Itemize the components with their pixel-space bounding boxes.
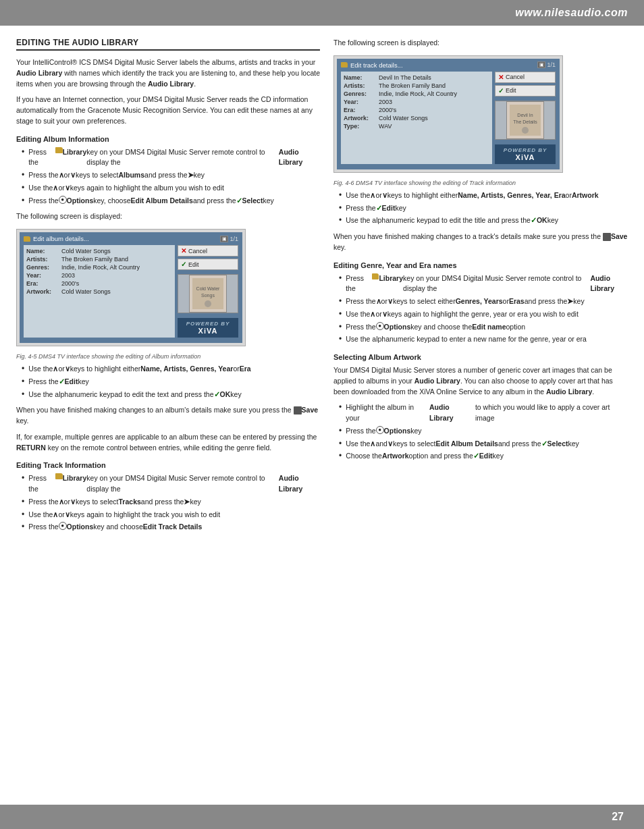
genre-bullet-2: Press the ∧ or ∨ keys to select either G… [339, 296, 630, 307]
album-bullet-3: Use the ∧ or ∨ keys again to highlight t… [22, 183, 320, 194]
options-icon-3: ● [376, 322, 384, 330]
svg-text:Cold Water: Cold Water [196, 286, 220, 291]
genre-title: Editing Genre, Year and Era names [333, 261, 630, 269]
album-field-artwork: Artwork: Cold Water Songs [26, 288, 172, 295]
album-note: When you have finished making changes to… [16, 405, 320, 427]
folder-icon-2 [341, 62, 348, 68]
track-tv-box: Edit track details... ▣ 1/1 Name: Devil … [333, 55, 563, 173]
artwork-bullet-1: Highlight the album in your Audio Librar… [339, 402, 630, 424]
options-icon-4: ● [376, 426, 384, 434]
track-bullet-3: Use the ∧ or ∨ keys again to highlight t… [22, 510, 320, 520]
track-artwork-area: Devil In The Details [495, 101, 556, 140]
intro-para1: Your IntelliControl® ICS DMS4 Digital Mu… [16, 57, 320, 89]
right-column: The following screen is displayed: Edit … [333, 38, 630, 538]
save-icon [294, 406, 302, 414]
genre-bullet-5: Use the alphanumeric keypad to enter a n… [339, 334, 630, 345]
section-title: EDITING THE AUDIO LIBRARY [16, 38, 320, 51]
library-icon-3 [372, 273, 379, 279]
xiva-logo-area-2: POWERED BY XiVA [495, 144, 556, 164]
album-tv-paging: ▣ 1/1 [220, 236, 238, 242]
album-field-artists: Artists: The Broken Family Band [26, 256, 172, 263]
album-after-bullets: Use the ∧ or ∨ keys to highlight either … [16, 364, 320, 400]
album-tv-buttons: ✕ Cancel ✓ Edit Co [178, 245, 238, 338]
track-screen-label: The following screen is displayed: [333, 38, 630, 49]
album-cancel-btn[interactable]: ✕ Cancel [178, 245, 238, 257]
album-edit-btn[interactable]: ✓ Edit [178, 259, 238, 270]
album-screen-label: The following screen is displayed: [16, 211, 320, 222]
track-field-artwork: Artwork: Cold Water Songs [344, 115, 489, 122]
footer: 27 [0, 805, 644, 829]
main-content: EDITING THE AUDIO LIBRARY Your IntelliCo… [0, 26, 644, 545]
xiva-logo-2: POWERED BY XiVA [496, 147, 554, 161]
album-bullet-2: Press the ∧ or ∨ keys to select Albums a… [22, 170, 320, 181]
svg-text:Songs: Songs [201, 293, 215, 298]
artwork-bullet-2: Press the ●Options key [339, 426, 630, 437]
options-icon-2: ● [59, 522, 67, 530]
album-tv-caption: Fig. 4-5 DMS4 TV interface showing the e… [16, 353, 320, 360]
page-number: 27 [612, 811, 624, 823]
paging-icon-2: ▣ [537, 61, 545, 68]
paging-icon: ▣ [220, 236, 228, 242]
genre-bullets-list: Press the Library key on your DMS4 Digit… [333, 273, 630, 346]
album-tv-inner: Edit album details... ▣ 1/1 Name: Cold W… [20, 232, 242, 343]
track-field-era: Era: 2000's [344, 107, 489, 113]
svg-point-4 [205, 300, 211, 307]
artwork-bullet-4: Choose the Artwork option and press the … [339, 451, 630, 462]
track-tv-inner: Edit track details... ▣ 1/1 Name: Devil … [337, 59, 560, 169]
track-after-bullet-1: Use the ∧ or ∨ keys to highlight either … [339, 190, 630, 201]
library-icon [55, 147, 63, 153]
track-tv-buttons: ✕ Cancel ✓ Edit De [495, 72, 556, 164]
album-tv-box: Edit album details... ▣ 1/1 Name: Cold W… [16, 229, 246, 346]
track-tv-title: Edit track details... [341, 61, 403, 69]
track-field-year: Year: 2003 [344, 99, 489, 105]
track-tv-content: Name: Devil In The Details Artists: The … [341, 72, 556, 164]
album-field-genres: Genres: Indie, Indie Rock, Alt Country [26, 264, 172, 271]
album-after-bullet-2: Press the ✓Edit key [22, 377, 320, 387]
xiva-logo: POWERED BY XiVA [179, 321, 237, 335]
x-icon: ✕ [181, 247, 186, 255]
svg-text:The Details: The Details [513, 119, 537, 124]
track-bullet-2: Press the ∧ or ∨ keys to select Tracks a… [22, 497, 320, 508]
track-after-bullet-2: Press the ✓Edit key [339, 203, 630, 214]
check-icon-2: ✓ [498, 87, 504, 95]
header-bar: www.nilesaudio.com [0, 0, 644, 26]
album-after-bullet-1: Use the ∧ or ∨ keys to highlight either … [22, 364, 320, 375]
track-bullet-4: Press the ●Options key and choose Edit T… [22, 522, 320, 533]
library-icon-2 [55, 473, 63, 479]
album-tv-fields: Name: Cold Water Songs Artists: The Brok… [24, 245, 175, 338]
track-field-name: Name: Devil In The Details [344, 74, 489, 81]
album-after-bullet-3: Use the alphanumeric keypad to edit the … [22, 390, 320, 400]
album-field-name: Name: Cold Water Songs [26, 248, 172, 255]
editing-album-title: Editing Album Information [16, 135, 320, 143]
intro-para2: If you have an Internet connection, your… [16, 95, 320, 126]
genre-bullet-3: Use the ∧ or ∨ keys again to highlight t… [339, 309, 630, 320]
track-after-bullets: Use the ∧ or ∨ keys to highlight either … [333, 190, 630, 226]
check-icon: ✓ [181, 261, 186, 268]
svg-point-9 [522, 127, 529, 134]
artwork-para1: Your DMS4 Digital Music Server stores a … [333, 365, 630, 397]
track-cancel-btn[interactable]: ✕ Cancel [495, 72, 556, 83]
track-tv-title-row: Edit track details... ▣ 1/1 [341, 61, 556, 69]
album-bullet-4: Press the ●Options key, choose Edit Albu… [22, 196, 320, 207]
editing-track-title: Editing Track Information [16, 461, 320, 469]
save-icon-2 [603, 233, 611, 241]
album-artwork-area: Cold Water Songs [178, 274, 238, 313]
track-bullets-list: Press the Library key on your DMS4 Digit… [16, 473, 320, 533]
track-tv-caption: Fig. 4-6 DMS4 TV interface showing the e… [333, 180, 630, 186]
left-column: EDITING THE AUDIO LIBRARY Your IntelliCo… [16, 38, 320, 538]
x-icon-2: ✕ [498, 74, 504, 81]
track-field-type: Type: WAV [344, 123, 489, 130]
xiva-logo-area: POWERED BY XiVA [178, 318, 238, 338]
artwork-bullets-list: Highlight the album in your Audio Librar… [333, 402, 630, 462]
options-icon: ● [59, 196, 67, 204]
track-edit-btn[interactable]: ✓ Edit [495, 85, 556, 97]
artwork-bullet-3: Use the ∧ and ∨ keys to select Edit Albu… [339, 439, 630, 450]
album-note2: If, for example, multiple genres are app… [16, 432, 320, 454]
track-tv-fields: Name: Devil In The Details Artists: The … [341, 72, 492, 164]
album-tv-content: Name: Cold Water Songs Artists: The Brok… [24, 245, 238, 338]
album-bullet-1: Press the Library key on your DMS4 Digit… [22, 147, 320, 169]
track-field-artists: Artists: The Broken Family Band [344, 82, 489, 89]
track-field-genres: Genres: Indie, Indie Rock, Alt Country [344, 90, 489, 97]
track-tv-paging: ▣ 1/1 [537, 61, 556, 68]
folder-icon [24, 236, 30, 242]
